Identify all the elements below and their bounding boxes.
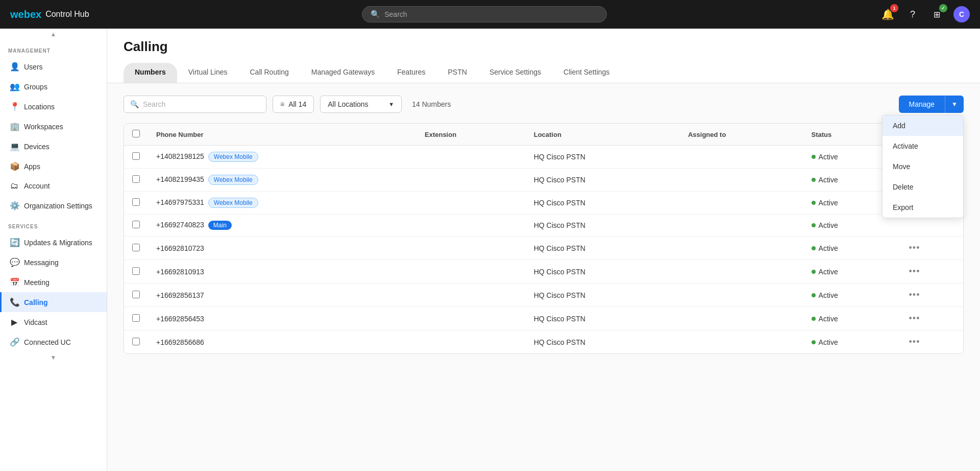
sidebar-item-apps[interactable]: 📦 Apps [0, 156, 107, 176]
table-row: +16692856686 HQ Cisco PSTN Active ••• [124, 331, 963, 354]
phone-number-cell: +16692810913 [148, 260, 416, 284]
tab-virtual-lines[interactable]: Virtual Lines [177, 63, 239, 83]
status-label: Active [819, 315, 838, 323]
status-dot [812, 178, 816, 182]
row-checkbox[interactable] [132, 198, 140, 206]
main-content: Calling Numbers Virtual Lines Call Routi… [107, 29, 980, 471]
sidebar-item-org-settings[interactable]: ⚙️ Organization Settings [0, 196, 107, 216]
sidebar-item-meeting-label: Meeting [24, 278, 50, 287]
notifications-button[interactable]: 🔔 1 [880, 6, 896, 22]
row-checkbox[interactable] [132, 267, 140, 275]
tab-call-routing[interactable]: Call Routing [238, 63, 300, 83]
actions-cell: ••• [901, 307, 963, 331]
sidebar-item-meeting[interactable]: 📅 Meeting [0, 272, 107, 292]
meeting-icon: 📅 [10, 277, 19, 287]
dropdown-item-export[interactable]: Export [883, 197, 963, 218]
sidebar-item-apps-label: Apps [24, 162, 40, 171]
sidebar-scroll-up[interactable]: ▲ [0, 29, 107, 40]
status-label: Active [819, 153, 838, 161]
assigned-cell [680, 146, 803, 169]
dropdown-item-activate[interactable]: Activate [883, 136, 963, 156]
dropdown-item-add[interactable]: Add [883, 115, 963, 136]
phone-badge: Webex Mobile [208, 152, 258, 162]
sidebar-item-account[interactable]: 🗂 Account [0, 176, 107, 196]
sidebar-item-updates-label: Updates & Migrations [24, 239, 92, 247]
sidebar-item-connected-uc[interactable]: 🔗 Connected UC [0, 332, 107, 352]
sidebar-item-locations[interactable]: 📍 Locations [0, 97, 107, 116]
location-select[interactable]: All Locations ▼ [320, 96, 402, 113]
status-dot [812, 155, 816, 159]
sidebar-scroll-down[interactable]: ▼ [0, 352, 107, 363]
help-icon: ? [910, 9, 915, 20]
row-actions-button[interactable]: ••• [909, 337, 920, 347]
global-search-input[interactable] [384, 10, 598, 18]
sidebar-item-updates[interactable]: 🔄 Updates & Migrations [0, 232, 107, 252]
tab-client-settings[interactable]: Client Settings [552, 63, 621, 83]
sidebar-item-messaging[interactable]: 💬 Messaging [0, 252, 107, 272]
sidebar-item-users[interactable]: 👤 Users [0, 57, 107, 77]
row-checkbox[interactable] [132, 244, 140, 251]
status-label: Active [819, 199, 838, 207]
row-checkbox[interactable] [132, 221, 140, 228]
apps-button[interactable]: ⊞ ✓ [929, 6, 945, 22]
manage-button-arrow[interactable]: ▼ [945, 96, 964, 112]
phone-number: +16692810723 [156, 244, 204, 252]
dropdown-item-delete[interactable]: Delete [883, 177, 963, 197]
sidebar-item-vidcast[interactable]: ▶ Vidcast [0, 312, 107, 332]
search-icon: 🔍 [371, 10, 380, 19]
tab-managed-gateways[interactable]: Managed Gateways [300, 63, 386, 83]
status-cell: Active [803, 284, 901, 307]
status-dot [812, 270, 816, 274]
row-checkbox[interactable] [132, 291, 140, 298]
phone-badge: Webex Mobile [208, 175, 258, 185]
tab-numbers[interactable]: Numbers [124, 63, 177, 83]
row-checkbox[interactable] [132, 152, 140, 160]
col-assigned: Assigned to [680, 124, 803, 146]
topnav-actions: 🔔 1 ? ⊞ ✓ C [880, 6, 970, 22]
toolbar: 🔍 ≡ All 14 All Locations ▼ 14 Numbers Ma… [124, 96, 964, 113]
row-checkbox[interactable] [132, 175, 140, 183]
sidebar-item-calling[interactable]: 📞 Calling [0, 292, 107, 312]
phone-number: +16692810913 [156, 268, 204, 276]
sidebar-item-calling-label: Calling [24, 298, 48, 307]
numbers-table: Phone Number Extension Location Assigned… [124, 123, 964, 354]
chevron-down-icon: ▼ [388, 101, 394, 107]
manage-button[interactable]: Manage ▼ [899, 96, 964, 113]
filter-button[interactable]: ≡ All 14 [273, 96, 314, 113]
row-actions-button[interactable]: ••• [909, 290, 920, 300]
assigned-cell [680, 169, 803, 192]
status-dot [812, 293, 816, 297]
row-actions-button[interactable]: ••• [909, 243, 920, 253]
locations-icon: 📍 [10, 102, 19, 111]
phone-number: +16692856453 [156, 315, 204, 323]
sidebar-item-devices[interactable]: 💻 Devices [0, 136, 107, 156]
row-checkbox[interactable] [132, 338, 140, 345]
help-button[interactable]: ? [904, 6, 921, 22]
tab-service-settings[interactable]: Service Settings [478, 63, 552, 83]
sidebar-item-groups[interactable]: 👥 Groups [0, 77, 107, 97]
select-all-checkbox[interactable] [132, 130, 140, 137]
phone-number: +16692856686 [156, 338, 204, 346]
row-checkbox[interactable] [132, 314, 140, 322]
number-search-box[interactable]: 🔍 [124, 96, 266, 113]
number-search-input[interactable] [143, 100, 260, 108]
phone-number-cell: +14697975331Webex Mobile [148, 192, 416, 215]
user-avatar[interactable]: C [953, 6, 970, 22]
sidebar-item-workspaces[interactable]: 🏢 Workspaces [0, 116, 107, 136]
workspaces-icon: 🏢 [10, 122, 19, 131]
phone-number-cell: +16692856453 [148, 307, 416, 331]
row-actions-button[interactable]: ••• [909, 266, 920, 276]
status-cell: Active [803, 307, 901, 331]
tab-pstn[interactable]: PSTN [437, 63, 478, 83]
dropdown-item-move[interactable]: Move [883, 156, 963, 177]
users-icon: 👤 [10, 62, 19, 72]
row-actions-button[interactable]: ••• [909, 313, 920, 323]
notification-badge: 1 [890, 4, 898, 12]
tab-features[interactable]: Features [386, 63, 436, 83]
sidebar-item-connected-uc-label: Connected UC [24, 338, 71, 346]
numbers-count: 14 Numbers [412, 100, 892, 108]
logo-webex-text: webex [10, 9, 41, 20]
global-search-box[interactable]: 🔍 [362, 6, 607, 22]
status-label: Active [819, 291, 838, 299]
assigned-cell [680, 284, 803, 307]
